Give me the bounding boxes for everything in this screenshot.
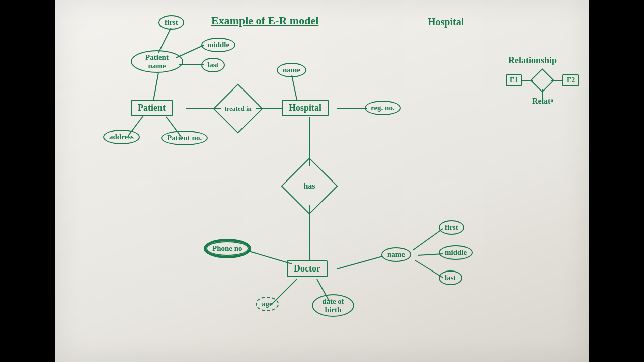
legend-relat: Relatⁿ [532,97,553,106]
svg-line-16 [413,229,443,250]
attr-doctor-name: name [381,247,411,262]
relationship-treated-in: treated in [220,91,256,126]
svg-line-0 [158,28,171,53]
attr-doctor-phoneno: Phone no [206,241,249,256]
relationship-has: has [289,166,330,206]
attr-patient-last: last [201,58,225,72]
whiteboard-paper: Example of E-R model Hospital first midd… [55,0,589,362]
attr-patient-name: Patient name [131,50,183,73]
attr-patient-first: first [158,15,184,30]
attr-hospital-name: name [277,63,306,77]
entity-doctor: Doctor [287,260,328,277]
diagram-title: Example of E-R model [211,14,318,27]
context-label: Hospital [428,16,464,28]
entity-patient: Patient [131,100,173,116]
legend-diamond [534,72,551,89]
svg-line-15 [337,256,382,269]
legend-title: Relationship [508,55,557,66]
svg-line-8 [292,75,297,100]
svg-line-18 [415,260,443,278]
legend-e2: E2 [562,74,579,86]
svg-line-3 [153,73,158,101]
legend-e1: E1 [506,74,522,86]
attr-hospital-regno: reg. no. [365,101,401,115]
attr-doctor-first: first [439,220,464,235]
attr-patient-address: address [103,130,140,144]
attr-doctor-dob: date of birth [312,294,354,317]
entity-hospital: Hospital [282,100,329,116]
attr-doctor-last: last [439,270,462,285]
attr-patient-no: Patient no. [161,131,208,145]
attr-doctor-middle: middle [439,245,473,260]
attr-patient-middle: middle [201,38,235,52]
svg-line-12 [249,251,292,264]
attr-doctor-age: age [256,297,279,311]
